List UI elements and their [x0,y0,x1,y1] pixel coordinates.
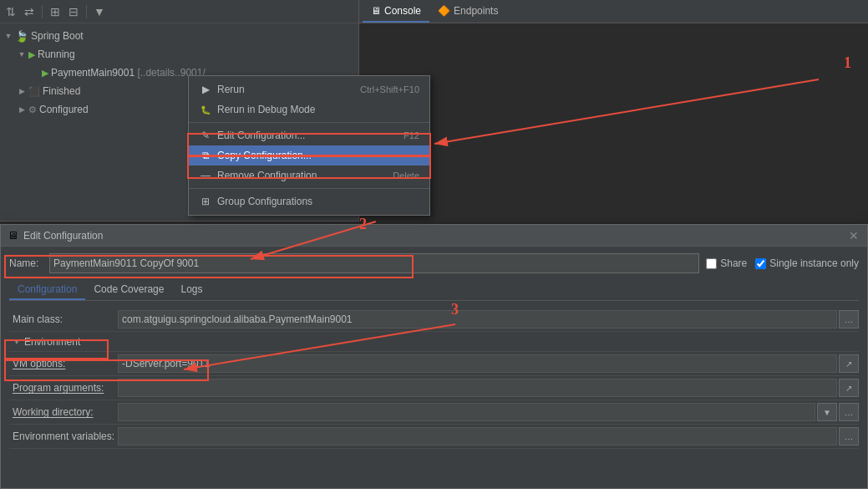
configured-label: Configured [39,104,89,115]
toolbar-sep-1 [42,5,43,18]
tab-configuration[interactable]: Configuration [9,280,85,300]
tab-endpoints[interactable]: 🔶 Endpoints [429,1,506,23]
tree-icon[interactable]: ⊟ [66,4,81,19]
edit-config-shortcut: F12 [404,130,419,140]
remove-shortcut: Delete [393,171,419,181]
expand-arrow-running: ▼ [17,49,27,59]
expand-arrow-configured: ▶ [17,104,27,115]
menu-sep-1 [189,122,429,123]
menu-copy-config[interactable]: ⧉ Copy Configuration... [189,145,429,166]
endpoints-icon: 🔶 [438,5,450,17]
config-tabs: Configuration Code Coverage Logs [9,280,859,301]
expand-arrow-payment [30,68,40,78]
tab-console[interactable]: 🖥 Console [363,1,429,23]
dialog-body: Name: Share Single instance only Configu… [1,247,867,456]
vm-options-row: VM options: ↗ [9,352,859,376]
context-menu: ▶ Rerun Ctrl+Shift+F10 🐛 Rerun in Debug … [188,75,430,216]
list-icon[interactable]: ⊞ [48,4,63,19]
main-class-value: com.atguigu.springcloud.alibaba.PaymentM… [118,310,837,329]
copy-config-icon: ⧉ [199,149,212,162]
working-dir-row: Working directory: ▼ … [9,400,859,425]
menu-sep-2 [189,188,429,189]
dialog-title-bar: 🖥 Edit Configuration ✕ [1,225,867,247]
code-coverage-tab-label: Code Coverage [94,283,164,295]
env-vars-label: Environment variables: [9,430,118,442]
dialog-title: Edit Configuration [23,230,847,242]
working-dir-label: Working directory: [9,406,118,418]
menu-edit-config-label: Edit Configuration... [217,130,305,141]
working-dir-input[interactable] [118,403,815,421]
sort-icon[interactable]: ⇅ [3,4,18,19]
env-vars-row: Environment variables: … [9,425,859,449]
tabs-bar: 🖥 Console 🔶 Endpoints [359,0,868,23]
console-tab-label: Console [384,5,421,17]
single-instance-wrapper: Single instance only [755,257,859,269]
single-instance-checkbox[interactable] [755,258,766,269]
expand-arrow-springboot: ▼ [3,31,13,41]
environment-section[interactable]: ▼ Environment [9,332,859,352]
menu-rerun[interactable]: ▶ Rerun Ctrl+Shift+F10 [189,79,429,99]
share-checkbox[interactable] [706,258,717,269]
program-args-expand-button[interactable]: ↗ [839,379,859,397]
console-icon: 🖥 [371,5,381,17]
dialog-icon: 🖥 [8,229,18,242]
endpoints-tab-label: Endpoints [454,5,498,17]
menu-group-configs-label: Group Configurations [217,196,312,207]
payment-icon: ▶ [42,68,48,79]
edit-config-icon: ✎ [199,129,212,142]
working-dir-dropdown-button[interactable]: ▼ [817,403,837,421]
rerun-debug-icon: 🐛 [199,103,212,116]
program-args-label: Program arguments: [9,382,118,394]
share-label: Share [720,257,747,269]
rerun-shortcut: Ctrl+Shift+F10 [360,84,419,94]
menu-remove-config[interactable]: — Remove Configuration Delete [189,166,429,186]
vm-options-expand-button[interactable]: ↗ [839,354,859,373]
tab-logs[interactable]: Logs [172,280,211,300]
sort2-icon[interactable]: ⇄ [22,4,37,19]
program-args-input[interactable] [118,379,837,397]
finished-icon: ⬛ [28,86,40,97]
env-vars-browse-button[interactable]: … [839,427,859,446]
annotation-3: 3 [451,301,459,318]
share-checkbox-wrapper: Share [706,257,747,269]
springboot-label: Spring Boot [31,30,84,42]
configured-icon: ⚙ [28,104,37,115]
menu-copy-config-label: Copy Configuration... [217,150,312,161]
filter-icon[interactable]: ▼ [92,4,107,19]
running-icon: ▶ [28,49,35,60]
main-class-row: Main class: com.atguigu.springcloud.alib… [9,308,859,332]
tab-code-coverage[interactable]: Code Coverage [85,280,172,300]
group-configs-icon: ⊞ [199,195,212,208]
menu-rerun-debug[interactable]: 🐛 Rerun in Debug Mode [189,99,429,120]
name-label: Name: [9,257,43,269]
main-class-browse-button[interactable]: … [839,310,859,329]
menu-remove-config-label: Remove Configuration [217,170,317,181]
annotation-1: 1 [844,54,851,72]
annotation-2: 2 [359,216,367,233]
tree-item-springboot[interactable]: ▼ 🍃 Spring Boot [0,27,358,45]
environment-label: Environment [24,336,80,348]
running-label: Running [38,48,75,60]
working-dir-browse-button[interactable]: … [839,403,859,421]
rerun-icon: ▶ [199,83,212,96]
menu-group-configs[interactable]: ⊞ Group Configurations [189,191,429,211]
right-panel: 🖥 Console 🔶 Endpoints [359,0,868,222]
dialog-close-button[interactable]: ✕ [847,229,860,242]
configuration-tab-label: Configuration [18,283,77,295]
name-input[interactable] [49,253,699,273]
environment-expand-icon: ▼ [13,337,21,346]
menu-rerun-label: Rerun [217,84,245,95]
expand-arrow-finished: ▶ [17,86,27,96]
env-vars-input[interactable] [118,427,837,446]
program-args-row: Program arguments: ↗ [9,376,859,400]
edit-configuration-dialog: 🖥 Edit Configuration ✕ Name: Share Singl… [0,224,868,489]
name-row: Name: Share Single instance only [9,253,859,273]
menu-rerun-debug-label: Rerun in Debug Mode [217,104,315,115]
remove-config-icon: — [199,169,212,182]
vm-options-input[interactable] [118,354,837,373]
menu-edit-config[interactable]: ✎ Edit Configuration... F12 [189,125,429,145]
single-instance-label: Single instance only [769,257,859,269]
vm-options-label: VM options: [9,358,118,369]
tree-item-running[interactable]: ▼ ▶ Running [0,45,358,64]
payment-label: PaymentMain9001 [..details..9001/ [51,67,206,79]
